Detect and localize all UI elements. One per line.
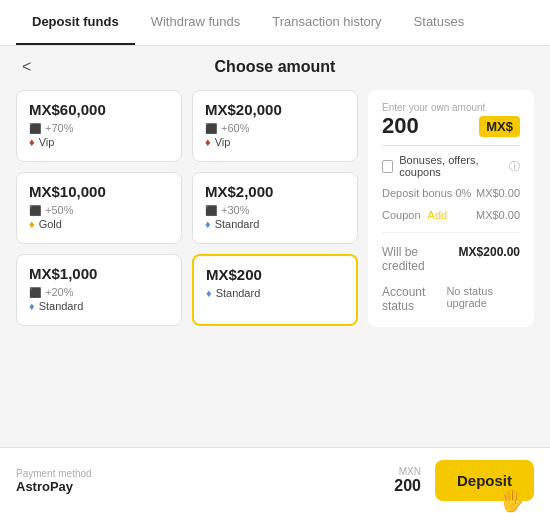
deposit-bonus-label: Deposit bonus 0%: [382, 187, 471, 199]
card-tier-row: ♦ Standard: [29, 300, 169, 312]
tab-deposit[interactable]: Deposit funds: [16, 0, 135, 45]
card-bonus: +50%: [45, 204, 73, 216]
deposit-bonus-value: MX$0.00: [476, 187, 520, 199]
amount-card-20000[interactable]: MX$20,000 ⬛ +60% ♦ Vip: [192, 90, 358, 162]
will-be-credited-value: MX$200.00: [459, 245, 520, 273]
amount-card-60000[interactable]: MX$60,000 ⬛ +70% ♦ Vip: [16, 90, 182, 162]
total-amount: MXN 200: [394, 466, 421, 495]
tabs-bar: Deposit funds Withdraw funds Transaction…: [0, 0, 550, 46]
standard-icon: ♦: [29, 300, 35, 312]
account-status-row: Account status No status upgrade: [382, 283, 520, 315]
divider: [382, 232, 520, 233]
will-be-credited-row: Will be credited MX$200.00: [382, 243, 520, 275]
account-status-label: Account status: [382, 285, 446, 313]
card-tier: Vip: [215, 136, 231, 148]
card-tier-row: ♦ Gold: [29, 218, 169, 230]
standard-icon: ♦: [206, 287, 212, 299]
custom-amount-value[interactable]: 200: [382, 113, 419, 139]
coupon-line: Coupon Add MX$0.00: [382, 208, 520, 222]
bonuses-checkbox[interactable]: [382, 160, 393, 173]
bonus-icon: ⬛: [29, 205, 41, 216]
card-bonus: +70%: [45, 122, 73, 134]
cursor-hand-icon: 🖐: [499, 489, 524, 513]
bonuses-row: Bonuses, offers, coupons ⓘ: [382, 154, 520, 178]
back-button[interactable]: <: [16, 56, 37, 78]
amount-card-2000[interactable]: MX$2,000 ⬛ +30% ♦ Standard: [192, 172, 358, 244]
deposit-button[interactable]: Deposit 🖐: [435, 460, 534, 501]
custom-amount-section: Enter your own amount 200 MX$: [382, 102, 520, 146]
card-bonus-row: ⬛ +30%: [205, 204, 345, 216]
bottom-right: MXN 200 Deposit 🖐: [394, 460, 534, 501]
payment-method-label: Payment method: [16, 468, 92, 479]
card-bonus: +30%: [221, 204, 249, 216]
card-bonus-row: ⬛ +70%: [29, 122, 169, 134]
card-bonus-row: ⬛ +50%: [29, 204, 169, 216]
currency-badge: MX$: [479, 116, 520, 137]
card-bonus: +20%: [45, 286, 73, 298]
custom-amount-row: 200 MX$: [382, 113, 520, 146]
info-icon[interactable]: ⓘ: [509, 159, 520, 174]
deposit-bonus-line: Deposit bonus 0% MX$0.00: [382, 186, 520, 200]
card-tier: Gold: [39, 218, 62, 230]
account-status-value: No status upgrade: [446, 285, 520, 313]
bottom-bar: Payment method AstroPay MXN 200 Deposit …: [0, 447, 550, 513]
card-tier-row: ♦ Vip: [29, 136, 169, 148]
tab-statuses[interactable]: Statuses: [398, 0, 481, 45]
vip-icon: ♦: [205, 136, 211, 148]
gold-icon: ♦: [29, 218, 35, 230]
card-amount: MX$200: [206, 266, 344, 283]
vip-icon: ♦: [29, 136, 35, 148]
card-bonus-row: ⬛ +20%: [29, 286, 169, 298]
bonuses-label: Bonuses, offers, coupons: [399, 154, 503, 178]
card-amount: MX$10,000: [29, 183, 169, 200]
custom-amount-label: Enter your own amount: [382, 102, 520, 113]
tab-withdraw[interactable]: Withdraw funds: [135, 0, 257, 45]
deposit-btn-label: Deposit: [457, 472, 512, 489]
standard-icon: ♦: [205, 218, 211, 230]
page-title: Choose amount: [215, 58, 336, 76]
amount-cards-grid: MX$60,000 ⬛ +70% ♦ Vip MX$20,000 ⬛ +60%: [16, 90, 358, 326]
card-tier-row: ♦ Standard: [205, 218, 345, 230]
bonus-icon: ⬛: [29, 287, 41, 298]
coupon-label: Coupon Add: [382, 209, 447, 221]
bonus-icon: ⬛: [29, 123, 41, 134]
card-amount: MX$60,000: [29, 101, 169, 118]
card-tier-row: ♦ Standard: [206, 287, 344, 299]
amount-card-10000[interactable]: MX$10,000 ⬛ +50% ♦ Gold: [16, 172, 182, 244]
card-amount: MX$20,000: [205, 101, 345, 118]
content-grid: MX$60,000 ⬛ +70% ♦ Vip MX$20,000 ⬛ +60%: [16, 90, 534, 336]
card-bonus: +60%: [221, 122, 249, 134]
header-row: < Choose amount: [16, 58, 534, 76]
card-tier: Standard: [215, 218, 260, 230]
amount-card-1000[interactable]: MX$1,000 ⬛ +20% ♦ Standard: [16, 254, 182, 326]
card-tier: Vip: [39, 136, 55, 148]
total-currency: MXN: [394, 466, 421, 477]
right-panel: Enter your own amount 200 MX$ Bonuses, o…: [368, 90, 534, 327]
payment-method-section: Payment method AstroPay: [16, 468, 92, 494]
card-bonus-row: ⬛ +60%: [205, 122, 345, 134]
main-content: < Choose amount MX$60,000 ⬛ +70% ♦ Vip M…: [0, 46, 550, 435]
payment-method-value: AstroPay: [16, 479, 92, 494]
card-amount: MX$1,000: [29, 265, 169, 282]
amount-card-200[interactable]: MX$200 ♦ Standard: [192, 254, 358, 326]
coupon-value: MX$0.00: [476, 209, 520, 221]
card-tier: Standard: [39, 300, 84, 312]
card-tier-row: ♦ Vip: [205, 136, 345, 148]
bonus-icon: ⬛: [205, 123, 217, 134]
card-amount: MX$2,000: [205, 183, 345, 200]
coupon-add-link[interactable]: Add: [428, 209, 448, 221]
bonus-icon: ⬛: [205, 205, 217, 216]
total-value: 200: [394, 477, 421, 495]
tab-history[interactable]: Transaction history: [256, 0, 397, 45]
card-tier: Standard: [216, 287, 261, 299]
will-be-credited-label: Will be credited: [382, 245, 459, 273]
